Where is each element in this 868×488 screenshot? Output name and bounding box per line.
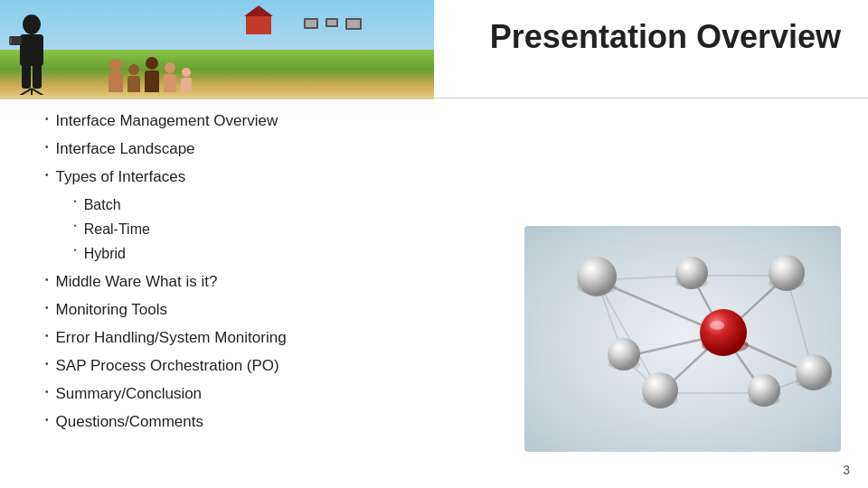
barn-graphic bbox=[246, 16, 271, 34]
bullet-text: Questions/Comments bbox=[56, 409, 203, 436]
camera-person-icon bbox=[9, 14, 63, 95]
bullet-text: SAP Process Orchestration (PO) bbox=[56, 353, 279, 380]
list-item: • Interface Management Overview bbox=[45, 108, 425, 135]
sub-bullet-list: • Batch • Real-Time • Hybrid bbox=[74, 192, 186, 267]
bullet-dot: • bbox=[45, 384, 49, 399]
list-item: • Batch bbox=[74, 192, 186, 217]
svg-point-0 bbox=[23, 14, 41, 34]
list-item: • Summary/Conclusion bbox=[45, 381, 425, 408]
header-divider bbox=[0, 98, 868, 99]
sub-bullet-dot: • bbox=[74, 244, 77, 258]
content-area: • Interface Management Overview • Interf… bbox=[45, 108, 425, 437]
title-area: Presentation Overview bbox=[490, 18, 841, 56]
bullet-text: Types of Interfaces bbox=[56, 168, 186, 185]
bullet-dot: • bbox=[45, 356, 49, 371]
svg-point-38 bbox=[608, 338, 640, 371]
bullet-dot: • bbox=[45, 111, 49, 127]
main-bullet-list: • Interface Management Overview • Interf… bbox=[45, 108, 425, 436]
svg-point-28 bbox=[675, 257, 708, 289]
people-icons bbox=[108, 57, 192, 92]
list-item: • Questions/Comments bbox=[45, 409, 425, 436]
bullet-text: Middle Ware What is it? bbox=[56, 269, 218, 296]
sub-bullet-text: Batch bbox=[84, 192, 121, 217]
bullet-dot: • bbox=[45, 272, 49, 287]
page-title: Presentation Overview bbox=[490, 18, 841, 56]
sub-bullet-text: Real-Time bbox=[84, 217, 150, 241]
bullet-dot: • bbox=[45, 328, 49, 343]
bullet-text: Interface Landscape bbox=[56, 136, 195, 163]
list-item: • Interface Landscape bbox=[45, 136, 425, 163]
bullet-dot: • bbox=[45, 300, 49, 315]
svg-point-30 bbox=[769, 255, 805, 291]
svg-rect-1 bbox=[20, 34, 43, 66]
bullet-text: Error Handling/System Monitoring bbox=[56, 325, 287, 352]
bullet-text: Monitoring Tools bbox=[56, 297, 167, 324]
svg-rect-5 bbox=[9, 38, 12, 43]
bullet-dot: • bbox=[45, 139, 49, 155]
list-item: • SAP Process Orchestration (PO) bbox=[45, 353, 425, 380]
svg-rect-3 bbox=[33, 63, 42, 89]
list-item: • Real-Time bbox=[74, 217, 186, 241]
svg-point-26 bbox=[577, 257, 617, 296]
list-item: • Middle Ware What is it? bbox=[45, 269, 425, 296]
sub-bullet-text: Hybrid bbox=[84, 241, 126, 266]
network-visualization bbox=[524, 226, 841, 452]
svg-line-8 bbox=[32, 89, 45, 95]
svg-point-41 bbox=[710, 321, 724, 330]
svg-point-34 bbox=[748, 374, 780, 407]
bullet-text: Interface Management Overview bbox=[56, 108, 278, 135]
bullet-dot: • bbox=[45, 412, 49, 427]
svg-point-36 bbox=[642, 372, 678, 408]
list-item: • Monitoring Tools bbox=[45, 297, 425, 324]
network-svg bbox=[524, 226, 841, 452]
bullet-text: Summary/Conclusion bbox=[56, 381, 203, 408]
page-number: 3 bbox=[843, 463, 850, 477]
monitor-icons bbox=[304, 18, 362, 30]
bullet-dot: • bbox=[45, 167, 49, 183]
svg-point-40 bbox=[700, 309, 747, 356]
list-item: • Hybrid bbox=[74, 241, 186, 266]
list-item: • Error Handling/System Monitoring bbox=[45, 325, 425, 352]
list-item-types: • Types of Interfaces • Batch • Real-Tim… bbox=[45, 164, 425, 267]
banner-image bbox=[0, 0, 434, 99]
svg-point-32 bbox=[796, 354, 832, 390]
sub-bullet-dot: • bbox=[74, 220, 77, 233]
sub-bullet-dot: • bbox=[74, 195, 77, 209]
svg-line-6 bbox=[18, 89, 32, 95]
svg-rect-2 bbox=[22, 63, 31, 89]
